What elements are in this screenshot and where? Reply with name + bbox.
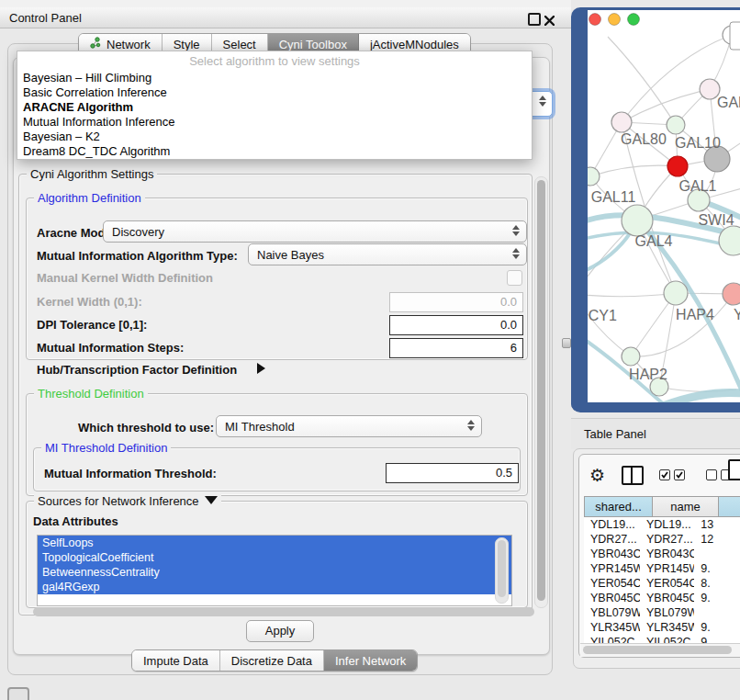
close-icon[interactable] <box>544 13 555 23</box>
table-cell: YLR345W <box>640 620 694 635</box>
attribute-item-selfloops[interactable]: SelfLoops <box>38 536 511 550</box>
table-cell: YBR045C <box>584 591 640 605</box>
mi-type-label: Mutual Information Algorithm Type: <box>37 249 238 263</box>
table-hscrollbar[interactable] <box>580 643 740 657</box>
mi-threshold-field[interactable]: 0.5 <box>386 463 519 483</box>
close-traffic-light[interactable] <box>589 14 601 26</box>
algorithm-option-bayesian-k2[interactable]: Bayesian – K2 <box>17 130 532 144</box>
sources-group-title[interactable]: Sources for Network Inference <box>34 494 221 508</box>
top-strip <box>0 0 571 7</box>
column-header-a[interactable]: A <box>718 496 740 517</box>
hub-expand-icon[interactable] <box>257 363 265 374</box>
gear-icon[interactable]: ⚙ <box>589 465 605 485</box>
settings-scrollbar[interactable] <box>534 176 548 608</box>
tab-impute-data[interactable]: Impute Data <box>132 650 220 671</box>
attributes-scrollbar[interactable] <box>495 537 509 604</box>
tab-discretize-data[interactable]: Discretize Data <box>220 650 324 671</box>
table-cell: YER054C <box>640 576 694 591</box>
table-row[interactable]: YLR345WYLR345W9. <box>584 620 740 635</box>
algorithm-option-dream8-dc-tdc-algorithm[interactable]: Dream8 DC_TDC Algorithm <box>17 144 532 159</box>
column-header-name[interactable]: name <box>652 496 718 517</box>
float-window-icon[interactable] <box>528 13 541 26</box>
node-label-gal11: GAL11 <box>591 189 636 205</box>
table-cell: YDL19... <box>640 517 694 532</box>
mi-steps-field[interactable]: 6 <box>389 338 523 358</box>
table-cell: YDR27... <box>640 532 694 547</box>
column-header-shared[interactable]: shared... <box>584 496 652 517</box>
node-label-hap4: HAP4 <box>676 307 714 322</box>
node-label-gal80: GAL80 <box>621 131 667 147</box>
which-threshold-combo[interactable]: MI Threshold <box>216 415 482 437</box>
table-row[interactable]: YDL19...YDL19...13 <box>584 517 740 532</box>
network-node[interactable] <box>667 116 685 134</box>
split-columns-icon[interactable] <box>622 466 644 485</box>
table-header-row[interactable]: shared...nameA <box>584 496 740 517</box>
control-panel-titlebar: Control Panel <box>0 7 571 28</box>
algorithm-dropdown-items: Bayesian – Hill ClimbingBasic Correlatio… <box>17 71 532 159</box>
network-node[interactable] <box>723 283 740 305</box>
attribute-item-gal4rgexp[interactable]: gal4RGexp <box>38 580 511 594</box>
network-node[interactable] <box>622 205 653 236</box>
network-edge[interactable] <box>588 293 676 297</box>
algorithm-option-mutual-information-inference[interactable]: Mutual Information Inference <box>17 115 532 130</box>
algorithm-option-bayesian-hill-climbing[interactable]: Bayesian – Hill Climbing <box>17 71 532 85</box>
algorithm-dropdown: Select algorithm to view settings Bayesi… <box>17 51 533 160</box>
new-column-icon[interactable] <box>728 459 740 480</box>
mi-type-combo[interactable]: Naive Bayes <box>248 243 527 265</box>
tab-label: Network <box>107 38 151 51</box>
network-node[interactable] <box>611 112 632 132</box>
aracne-mode-combo[interactable]: Discovery <box>103 220 527 243</box>
floating-corner-button[interactable] <box>7 687 29 700</box>
data-attributes-list: SelfLoopsTopologicalCoefficientBetweenne… <box>37 535 512 606</box>
algorithm-option-basic-correlation-inference[interactable]: Basic Correlation Inference <box>17 85 532 100</box>
table-cell: 9. <box>694 561 740 576</box>
table-cell: 13 <box>694 517 740 532</box>
tab-label: Style <box>174 38 200 51</box>
data-attributes-label: Data Attributes <box>33 514 118 528</box>
table-cell: 9. <box>694 591 740 605</box>
table-cell <box>694 605 740 620</box>
table-row[interactable]: YDR27...YDR27...12 <box>584 532 740 547</box>
cut-toolbar-box <box>730 22 740 50</box>
zoom-traffic-light[interactable] <box>628 14 640 26</box>
manual-kernel-checkbox[interactable] <box>507 270 522 286</box>
network-node[interactable] <box>664 281 688 305</box>
algorithm-dropdown-prompt: Select algorithm to view settings <box>17 51 532 71</box>
attribute-item-topologicalcoefficient[interactable]: TopologicalCoefficient <box>38 550 511 565</box>
node-label-swi4: SWI4 <box>698 212 734 228</box>
tab-infer-network[interactable]: Infer Network <box>324 650 417 671</box>
node-label-gal1: GAL1 <box>679 178 717 194</box>
which-threshold-label: Which threshold to use: <box>78 421 214 435</box>
apply-button[interactable]: Apply <box>246 620 314 642</box>
network-canvas[interactable]: GALGAL80GAL10GAL1GAL11SWI4GAL4GCY1HAP4YH… <box>588 10 740 402</box>
table-cell: YLR345W <box>584 620 640 635</box>
table-row[interactable]: YBR045CYBR045C9. <box>584 591 740 605</box>
network-icon <box>90 37 101 51</box>
table-body[interactable]: YDL19...YDL19...13YDR27...YDR27...12YBR0… <box>584 517 740 644</box>
panel-divider-handle[interactable] <box>562 338 571 348</box>
aracne-mode-value: Discovery <box>112 225 164 239</box>
table-cell: 12 <box>694 532 740 547</box>
network-node[interactable] <box>622 347 640 366</box>
node-label-gal4: GAL4 <box>635 233 673 249</box>
table-row[interactable]: YPR145WYPR145W9. <box>584 561 740 576</box>
mi-threshold-group-title: MI Threshold Definition <box>41 441 171 455</box>
table-row[interactable]: YER054CYER054C8. <box>584 576 740 591</box>
hub-section-label[interactable]: Hub/Transcription Factor Definition <box>37 363 237 377</box>
network-node[interactable] <box>667 156 688 176</box>
table-cell: YBL079W <box>640 605 694 620</box>
minimize-traffic-light[interactable] <box>609 14 621 26</box>
network-node[interactable] <box>588 167 600 186</box>
table-row[interactable]: YBL079WYBL079W <box>584 605 740 620</box>
checked-boxes-icon[interactable] <box>659 469 689 480</box>
table-row[interactable]: YBR043CYBR043C <box>584 547 740 561</box>
table-cell: YBR043C <box>640 547 694 561</box>
dpi-tolerance-field[interactable]: 0.0 <box>389 315 523 335</box>
attribute-item-betweennesscentrality[interactable]: BetweennessCentrality <box>38 565 511 580</box>
node-label-gal: GAL <box>717 95 740 110</box>
algorithm-option-aracne-algorithm[interactable]: ARACNE Algorithm <box>17 100 532 115</box>
sources-collapse-icon[interactable] <box>205 496 218 504</box>
attributes-hscrollbar[interactable] <box>33 607 534 616</box>
kernel-width-field[interactable]: 0.0 <box>389 292 523 312</box>
tab-label: Select <box>223 38 256 51</box>
